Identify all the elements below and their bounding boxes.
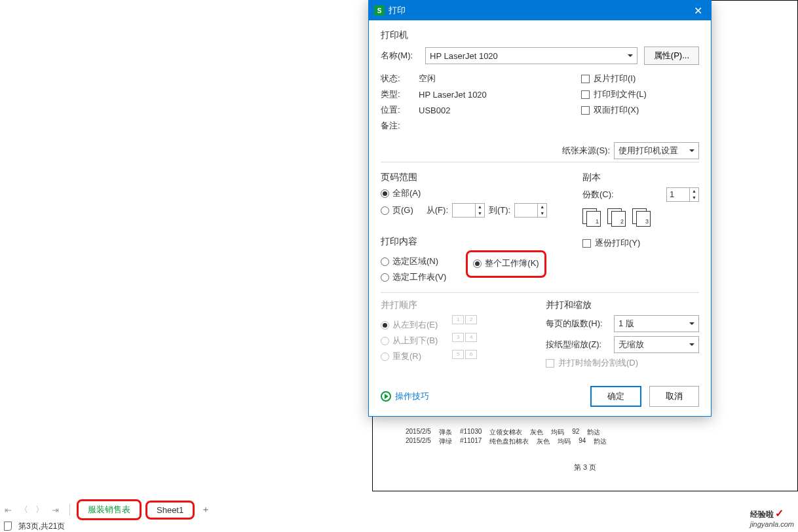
ok-button[interactable]: 确定 xyxy=(590,386,641,407)
page-range-title: 页码范围 xyxy=(381,172,571,183)
tab-nav-prev[interactable]: 〈 xyxy=(16,502,31,518)
seq-top-bottom-radio: 从上到下(B) xyxy=(381,335,438,347)
to-label: 到(T): xyxy=(489,204,510,216)
print-dialog: S 打印 ✕ 打印机 名称(M): HP LaserJet 1020 属性(P)… xyxy=(368,0,712,417)
tips-link[interactable]: 操作技巧 xyxy=(381,390,429,402)
tab-sheet-1[interactable]: 服装销售表 xyxy=(77,499,142,520)
selected-area-radio[interactable]: 选定区域(N) xyxy=(381,256,446,267)
remark-label: 备注: xyxy=(381,120,419,132)
collate-preview-icon: 11 22 33 xyxy=(582,208,699,228)
print-to-file-checkbox[interactable]: 打印到文件(L) xyxy=(581,88,699,100)
status-bar: 第3页,共21页 xyxy=(0,520,65,532)
page-icon xyxy=(4,522,12,531)
printer-name-select[interactable]: HP LaserJet 1020 xyxy=(425,47,637,64)
to-page-input[interactable]: ▲▼ xyxy=(514,203,547,218)
preview-page-number: 第 3 页 xyxy=(373,463,797,472)
copies-title: 副本 xyxy=(582,172,699,183)
add-sheet-button[interactable]: ＋ xyxy=(199,503,213,517)
collate-checkbox[interactable]: 逐份打印(Y) xyxy=(582,237,699,249)
from-label: 从(F): xyxy=(427,204,448,216)
seq-left-right-radio: 从左到右(E) xyxy=(381,319,438,331)
range-all-radio[interactable]: 全部(A) xyxy=(381,187,571,199)
tab-sheet-2[interactable]: Sheet1 xyxy=(145,501,195,520)
properties-button[interactable]: 属性(P)... xyxy=(644,47,699,65)
status-label: 状态: xyxy=(381,73,419,85)
sequence-preview-icon: 12 34 56 xyxy=(452,315,477,366)
entire-workbook-radio[interactable]: 整个工作簿(K) xyxy=(473,257,539,269)
selected-sheet-radio[interactable]: 选定工作表(V) xyxy=(381,271,446,283)
scale-select[interactable]: 无缩放 xyxy=(614,336,699,353)
preview-data-rows: 2015/2/5弹条#11030立领女棉衣灰色均码92韵达 2015/2/5弹绿… xyxy=(406,428,784,446)
duplex-checkbox[interactable]: 双面打印(X) xyxy=(581,104,699,116)
close-icon[interactable]: ✕ xyxy=(685,1,711,20)
cancel-button[interactable]: 取消 xyxy=(649,386,699,407)
dialog-title: 打印 xyxy=(389,5,685,16)
app-icon: S xyxy=(374,5,385,16)
seq-repeat-radio: 重复(R) xyxy=(381,351,438,362)
location-label: 位置: xyxy=(381,104,419,116)
tab-nav-last[interactable]: ⇥ xyxy=(47,502,63,518)
paper-source-label: 纸张来源(S): xyxy=(562,145,610,157)
location-value: USB002 xyxy=(419,105,450,115)
printer-section-label: 打印机 xyxy=(381,29,699,41)
status-value: 空闲 xyxy=(419,73,436,85)
copies-input[interactable]: 1▲▼ xyxy=(666,187,699,202)
tab-nav-first[interactable]: ⇤ xyxy=(0,502,16,518)
watermark: 经验啦✓ jingyanla.com xyxy=(750,507,794,528)
type-label: 类型: xyxy=(381,88,419,100)
sequence-title: 并打顺序 xyxy=(381,299,534,311)
sheet-tabs-bar: ⇤ 〈 〉 ⇥ 服装销售表 Sheet1 ＋ xyxy=(0,501,213,519)
tab-nav-next[interactable]: 〉 xyxy=(31,502,47,518)
draw-divider-checkbox: 并打时绘制分割线(D) xyxy=(546,357,699,369)
from-page-input[interactable]: ▲▼ xyxy=(452,203,485,218)
scale-title: 并打和缩放 xyxy=(546,299,699,311)
play-icon xyxy=(381,391,391,402)
dialog-titlebar[interactable]: S 打印 ✕ xyxy=(369,1,711,20)
name-label: 名称(M): xyxy=(381,50,419,62)
paper-source-select[interactable]: 使用打印机设置 xyxy=(614,142,699,159)
per-page-label: 每页的版数(H): xyxy=(546,318,614,330)
reverse-print-checkbox[interactable]: 反片打印(I) xyxy=(581,73,699,85)
scale-label: 按纸型缩放(Z): xyxy=(546,339,614,351)
status-text: 第3页,共21页 xyxy=(18,521,65,532)
per-page-select[interactable]: 1 版 xyxy=(614,315,699,332)
type-value: HP LaserJet 1020 xyxy=(419,90,487,100)
range-pages-radio[interactable]: 页(G) xyxy=(381,204,413,216)
copies-label: 份数(C): xyxy=(582,189,614,200)
print-content-title: 打印内容 xyxy=(381,236,571,248)
